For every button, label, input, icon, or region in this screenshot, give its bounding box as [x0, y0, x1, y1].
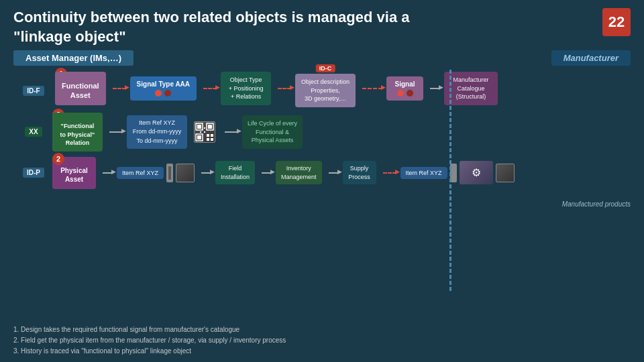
item-ref-row3-group: Item Ref XYZ [117, 164, 195, 182]
mfr-product-image: ⚙ [460, 161, 493, 184]
inv-mgmt-label: Inventory Management [281, 164, 317, 181]
signal-right-box: Signal [386, 76, 423, 101]
func-phys-box: "Functional to Physical" Relation [52, 113, 103, 152]
signal-dots [137, 90, 190, 97]
footer-note-2: 2. Field get the physical item from the … [13, 335, 286, 346]
id-c-badge: ID-C [316, 64, 335, 72]
svg-rect-3 [208, 125, 212, 129]
qr-code-right [496, 164, 515, 182]
row1-functional: ID-F 1 Functional Asset ▶ Signal Type AA… [13, 70, 631, 107]
svg-rect-10 [204, 127, 205, 129]
field-installation-box: Field Installation [215, 161, 255, 184]
row3-physical: ID-P 2 Physical Asset ▶ Item Ref XYZ ▶ [13, 157, 631, 189]
footer-notes: 1. Design takes the required functional … [13, 324, 286, 357]
svg-rect-12 [200, 131, 201, 133]
header: Continuity between two related objects i… [0, 0, 644, 50]
mfr-products-group: Item Ref XYZ ⚙ [400, 161, 515, 184]
qr-svg [195, 123, 214, 141]
dot-r2 [407, 90, 413, 97]
footer-note-1: 1. Design takes the required functional … [13, 324, 286, 335]
title-line2: "linkage object" [13, 27, 409, 47]
svg-rect-7 [211, 134, 213, 137]
func-phys-label: "Functional to Physical" Relation [60, 123, 95, 146]
title-line1: Continuity between two related objects i… [13, 8, 409, 27]
qr-code-row3 [176, 164, 195, 182]
signal-type-label: Signal Type AAA [137, 80, 190, 88]
signal-type-box: Signal Type AAA [130, 76, 197, 101]
mfr-catalogue-label: Manufacturer Catalogue (Structural) [449, 76, 492, 101]
num-circle-2: 2 [52, 153, 64, 165]
inventory-mgmt-box: Inventory Management [276, 161, 322, 184]
supply-process-box: Supply Process [343, 161, 376, 184]
mfr-products-label: Manufactured products [562, 200, 631, 208]
functional-asset-box: Functional Asset [55, 72, 106, 106]
field-install-label: Field Installation [221, 164, 250, 181]
manufacturer-banner: Manufacturer [551, 50, 631, 66]
supply-label: Supply Process [348, 164, 371, 181]
svg-rect-1 [197, 125, 201, 129]
dot-red [155, 90, 162, 97]
header-title: Continuity between two related objects i… [13, 8, 409, 46]
signal-right-label: Signal [393, 80, 417, 88]
object-desc-label: Object description Properties, 3D geomet… [301, 78, 350, 103]
item-ref-box-row3: Item Ref XYZ [117, 167, 164, 179]
section-banners: Asset Manager (IMs,…) Manufacturer [0, 50, 644, 66]
slide-number-badge: 22 [602, 8, 631, 36]
main-area: ID-F 1 Functional Asset ▶ Signal Type AA… [0, 70, 644, 189]
signal-right-dots [393, 90, 417, 97]
object-desc-box: Object description Properties, 3D geomet… [295, 74, 356, 107]
xx-badge: XX [25, 127, 42, 137]
object-type-box: Object Type + Positioning + Relations [221, 72, 271, 105]
dot-r1 [397, 90, 404, 97]
section-divider [449, 70, 451, 291]
item-ref-right-box: Item Ref XYZ [400, 167, 447, 179]
functional-asset-label: Functional Asset [62, 82, 99, 99]
item-ref-label-row2: Item Ref XYZ From dd-mm-yyyy To dd-mm-yy… [132, 119, 182, 146]
svg-rect-11 [204, 131, 205, 133]
qr-code-row2 [194, 121, 215, 143]
object-type-label: Object Type + Positioning + Relations [226, 76, 266, 101]
mfr-products-section: Manufactured products [562, 200, 631, 209]
pipe-icon [166, 164, 173, 182]
item-ref-box-row2: Item Ref XYZ From dd-mm-yyyy To dd-mm-yy… [127, 115, 187, 149]
lifecycle-box: Life Cycle of every Functional & Physica… [242, 115, 303, 149]
svg-rect-9 [211, 138, 213, 141]
id-p-badge: ID-P [23, 168, 44, 178]
id-f-badge: ID-F [23, 86, 44, 96]
svg-rect-8 [207, 138, 209, 141]
row2-relation: XX 3 "Functional to Physical" Relation ▶… [13, 113, 631, 152]
mfr-catalogue-box: Manufacturer Catalogue (Structural) [444, 72, 498, 105]
svg-rect-6 [207, 134, 209, 137]
physical-asset-label: Physical Asset [60, 167, 88, 183]
footer-note-3: 3. History is traced via "functional to … [13, 346, 286, 357]
svg-rect-5 [197, 135, 201, 139]
lifecycle-label: Life Cycle of every Functional & Physica… [248, 119, 297, 145]
dot-dark [164, 90, 171, 97]
asset-manager-banner: Asset Manager (IMs,…) [13, 50, 133, 66]
